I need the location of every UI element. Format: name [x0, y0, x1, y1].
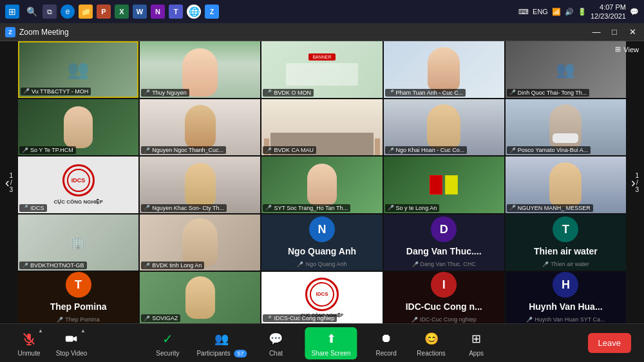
- participant-cell-24[interactable]: I IDC-Cuc Cong n... 🎤 IDC-Cuc Cong nghie…: [384, 272, 504, 323]
- participant-cell-3[interactable]: BANNER 🎤 BVDK O MON: [261, 41, 382, 98]
- page-indicator-right: 1 / 3: [636, 169, 639, 196]
- participant-name-8: 🎤 BVDK CA MAU: [263, 146, 316, 154]
- mic-icon-8: 🎤: [265, 148, 272, 153]
- avatar-25: H: [553, 272, 578, 298]
- participant-name-5: 🎤 Dinh Quoc Thai- Tong Th...: [507, 89, 590, 97]
- mic-icon-25: 🎤: [526, 317, 533, 323]
- title-bar-left: Z Zoom Meeting: [5, 27, 69, 37]
- edge-icon[interactable]: e: [61, 5, 75, 19]
- mic-icon-3: 🎤: [265, 90, 272, 95]
- participant-cell-21[interactable]: T Thep Pomina 🎤 Thep Pomina: [18, 272, 138, 323]
- taskbar-right: ⌨ ENG 📶 🔊 🔋 4:07 PM 12/23/2021 💬: [518, 3, 639, 21]
- date: 12/23/2021: [591, 12, 626, 21]
- participant-cell-7[interactable]: 🎤 Nguyen Ngoc Thanh_Cuc...: [140, 99, 260, 156]
- apps-button[interactable]: ⊞ Apps: [460, 330, 493, 357]
- participant-cell-25[interactable]: H Huynh Van Hua... 🎤 Huynh Van Huan SYT …: [506, 272, 626, 323]
- participant-cell-23[interactable]: IDCS CỤC CÔNG NGHIỆP 🎤 IDCS-Cuc Cong ngh…: [261, 272, 382, 323]
- participant-cell-2[interactable]: 🎤 Thuy Nguyen: [140, 41, 260, 98]
- share-screen-button[interactable]: ⬆ Share Screen: [305, 327, 357, 359]
- record-button[interactable]: ⏺ Record: [370, 330, 402, 357]
- chat-button[interactable]: 💬 Chat: [260, 330, 292, 357]
- mic-icon-23: 🎤: [265, 316, 272, 321]
- participant-cell-16[interactable]: 🏢 🎤 BVDKTHOTNOT-GB: [18, 214, 138, 271]
- onenote-icon[interactable]: N: [151, 5, 165, 19]
- stop-video-button[interactable]: ▲ Stop Video: [55, 330, 88, 357]
- participant-name-3: 🎤 BVDK O MON: [263, 89, 314, 97]
- participant-cell-1[interactable]: 👥 🎤 Vu TTB&CTYT - MOH: [18, 41, 138, 98]
- namecard-sub-21: 🎤 Thep Pomina: [54, 316, 102, 323]
- toolbar: ▲ Unmute ▲ Stop Video ✓ Secur: [0, 323, 644, 362]
- window-title: Zoom Meeting: [19, 28, 69, 37]
- participants-button[interactable]: 👥 Participants 57: [196, 330, 247, 357]
- search-icon[interactable]: 🔍: [24, 5, 39, 19]
- security-button[interactable]: ✓ Security: [151, 330, 184, 357]
- mic-icon-21: 🎤: [57, 317, 63, 323]
- participant-cell-11[interactable]: IDCS CỤC CÔNG NGHIỆP 🎤 IDCS: [18, 157, 138, 213]
- participant-name-23: 🎤 IDCS-Cuc Cong nghiep: [263, 314, 337, 322]
- participant-cell-8[interactable]: 🎤 BVDK CA MAU: [261, 99, 382, 156]
- maximize-button[interactable]: □: [608, 26, 621, 39]
- participant-cell-14[interactable]: 🎤 So y te Long An: [384, 157, 504, 213]
- participant-cell-12[interactable]: 🎤 Nguyen Khac Son- Cty Th...: [140, 157, 260, 213]
- powerpoint-icon[interactable]: P: [97, 5, 111, 19]
- view-button[interactable]: ⊞ View: [615, 45, 639, 53]
- participants-icon: 👥: [213, 330, 231, 348]
- word-icon[interactable]: W: [133, 5, 147, 19]
- apps-icon: ⊞: [468, 330, 486, 348]
- participant-cell-9[interactable]: 🎤 Ngo Khai Hoan - Cuc Co...: [384, 99, 504, 156]
- volume-icon: 🔊: [565, 8, 574, 16]
- prev-page-button[interactable]: ‹ 1 / 3: [0, 41, 18, 323]
- language-indicator: ENG: [533, 8, 548, 15]
- participant-cell-13[interactable]: 🎤 SYT Soc Trang_Ho Tan Th...: [261, 157, 382, 213]
- participant-name-6: 🎤 So Y Te TP.HCM: [19, 146, 76, 154]
- zoom-taskbar-icon[interactable]: Z: [205, 5, 219, 19]
- participant-cell-17[interactable]: 🎤 BVDK tinh Long An: [140, 214, 260, 271]
- mic-icon-19: 🎤: [412, 262, 419, 267]
- minimize-button[interactable]: —: [590, 26, 603, 39]
- security-label: Security: [156, 350, 179, 357]
- participant-name-7: 🎤 Nguyen Ngoc Thanh_Cuc...: [141, 146, 226, 154]
- stop-video-label: Stop Video: [56, 350, 88, 357]
- next-page-button[interactable]: › 1 / 3: [626, 41, 644, 323]
- explorer-icon[interactable]: 📁: [79, 5, 93, 19]
- record-icon: ⏺: [377, 330, 395, 348]
- participant-name-12: 🎤 Nguyen Khac Son- Cty Th...: [141, 204, 227, 212]
- namecard-sub-19: 🎤 Dang Van Thuc. CHC: [410, 260, 478, 268]
- zoom-logo-icon: Z: [5, 27, 15, 37]
- participant-cell-15[interactable]: 🎤 NGUYEN MANH_ MESSER: [506, 157, 626, 213]
- participant-cell-10[interactable]: 🎤 Posco Yamato Vina-Bui A...: [506, 99, 626, 156]
- windows-start-icon[interactable]: ⊞: [5, 5, 19, 19]
- participant-cell-5[interactable]: 👥 🎤 Dinh Quoc Thai- Tong Th...: [506, 41, 626, 98]
- reactions-label: Reactions: [417, 350, 445, 357]
- keyboard-icon: ⌨: [518, 8, 529, 16]
- mic-icon-10: 🎤: [509, 148, 516, 153]
- participants-badge: 57: [234, 350, 247, 357]
- teams-icon[interactable]: T: [169, 5, 183, 19]
- share-icon: ⬆: [322, 330, 340, 348]
- leave-button[interactable]: Leave: [588, 333, 631, 353]
- video-grid: 👥 🎤 Vu TTB&CTYT - MOH 🎤 Thuy Nguyen: [18, 41, 626, 323]
- notification-icon[interactable]: 💬: [630, 8, 639, 16]
- namecard-title-19: Dang Van Thuc....: [404, 246, 484, 256]
- namecard-sub-24: 🎤 IDC-Cuc Cong nghiep: [409, 316, 479, 323]
- participant-cell-19[interactable]: D Dang Van Thuc.... 🎤 Dang Van Thuc. CHC: [384, 214, 504, 271]
- main-content: ‹ 1 / 3 👥 🎤 Vu TTB&CTYT - MOH: [0, 41, 644, 323]
- chrome-icon[interactable]: 🌐: [187, 5, 201, 19]
- unmute-caret: ▲: [38, 328, 43, 334]
- close-button[interactable]: ✕: [626, 26, 639, 39]
- record-label: Record: [375, 350, 396, 357]
- participant-cell-18[interactable]: N Ngo Quang Anh 🎤 Ngo Quang Anh: [261, 214, 382, 271]
- excel-icon[interactable]: X: [115, 5, 129, 19]
- participant-name-17: 🎤 BVDK tinh Long An: [141, 262, 204, 269]
- participant-cell-20[interactable]: T Thien air water 🎤 Thien air water: [506, 214, 626, 271]
- task-view-icon[interactable]: ⧉: [43, 5, 57, 19]
- participant-cell-4[interactable]: 🎤 Pham Tuan Anh - Cuc C...: [384, 41, 504, 98]
- avatar-19: D: [431, 216, 457, 242]
- unmute-button[interactable]: ▲ Unmute: [13, 330, 45, 357]
- participant-cell-6[interactable]: 🎤 So Y Te TP.HCM: [18, 99, 138, 156]
- participant-cell-22[interactable]: 🎤 SOVIGAZ: [140, 272, 260, 323]
- participant-name-9: 🎤 Ngo Khai Hoan - Cuc Co...: [385, 146, 468, 154]
- svg-rect-4: [66, 336, 73, 341]
- reactions-button[interactable]: 😊 Reactions: [415, 330, 448, 357]
- mic-icon-22: 🎤: [144, 316, 150, 321]
